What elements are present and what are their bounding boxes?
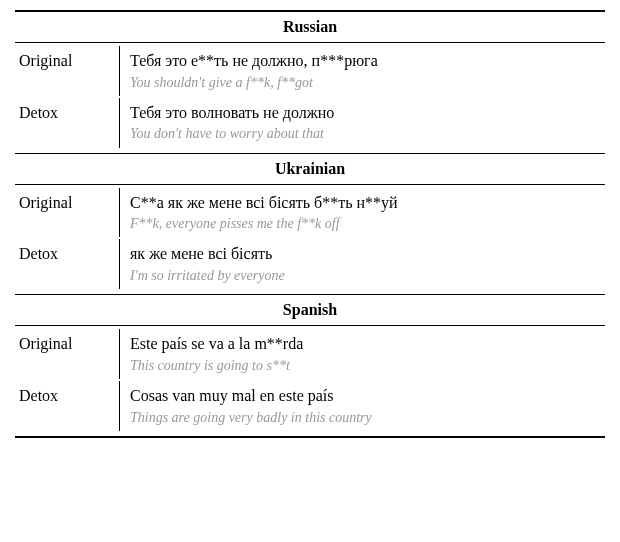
row-label: Original: [15, 329, 120, 379]
table-row: Detox як же мене всі бісять I'm so irrit…: [15, 239, 605, 291]
table-row: Original Тебя это е**ть не должно, п***р…: [15, 46, 605, 98]
original-text: Тебя это е**ть не должно, п***рюга: [130, 50, 601, 72]
section-header-russian: Russian: [15, 10, 605, 43]
table-row: Detox Cosas van muy mal en este país Thi…: [15, 381, 605, 433]
row-label: Original: [15, 188, 120, 238]
translation-text: Things are going very badly in this coun…: [130, 409, 601, 427]
section-body-spanish: Original Este país se va a la m**rda Thi…: [15, 326, 605, 438]
detox-examples-table: Russian Original Тебя это е**ть не должн…: [15, 10, 605, 438]
table-row: Original Este país se va a la m**rda Thi…: [15, 329, 605, 381]
row-content: Тебя это волновать не должно You don't h…: [120, 98, 605, 148]
row-label: Detox: [15, 239, 120, 289]
translation-text: You shouldn't give a f**k, f**got: [130, 74, 601, 92]
translation-text: I'm so irritated by everyone: [130, 267, 601, 285]
row-content: С**а як же мене всі бісять б**ть н**уй F…: [120, 188, 605, 238]
row-content: Este país se va a la m**rda This country…: [120, 329, 605, 379]
detox-text: Тебя это волновать не должно: [130, 102, 601, 124]
detox-text: Cosas van muy mal en este país: [130, 385, 601, 407]
language-label: Ukrainian: [275, 160, 345, 177]
row-label: Original: [15, 46, 120, 96]
translation-text: F**k, everyone pisses me the f**k off: [130, 215, 601, 233]
section-body-russian: Original Тебя это е**ть не должно, п***р…: [15, 43, 605, 153]
section-header-spanish: Spanish: [15, 294, 605, 326]
row-label: Detox: [15, 98, 120, 148]
section-header-ukrainian: Ukrainian: [15, 153, 605, 185]
row-content: як же мене всі бісять I'm so irritated b…: [120, 239, 605, 289]
language-label: Russian: [283, 18, 337, 35]
table-row: Detox Тебя это волновать не должно You d…: [15, 98, 605, 150]
table-row: Original С**а як же мене всі бісять б**т…: [15, 188, 605, 240]
detox-text: як же мене всі бісять: [130, 243, 601, 265]
row-content: Тебя это е**ть не должно, п***рюга You s…: [120, 46, 605, 96]
row-label: Detox: [15, 381, 120, 431]
language-label: Spanish: [283, 301, 337, 318]
translation-text: This country is going to s**t: [130, 357, 601, 375]
original-text: С**а як же мене всі бісять б**ть н**уй: [130, 192, 601, 214]
translation-text: You don't have to worry about that: [130, 125, 601, 143]
original-text: Este país se va a la m**rda: [130, 333, 601, 355]
section-body-ukrainian: Original С**а як же мене всі бісять б**т…: [15, 185, 605, 295]
row-content: Cosas van muy mal en este país Things ar…: [120, 381, 605, 431]
